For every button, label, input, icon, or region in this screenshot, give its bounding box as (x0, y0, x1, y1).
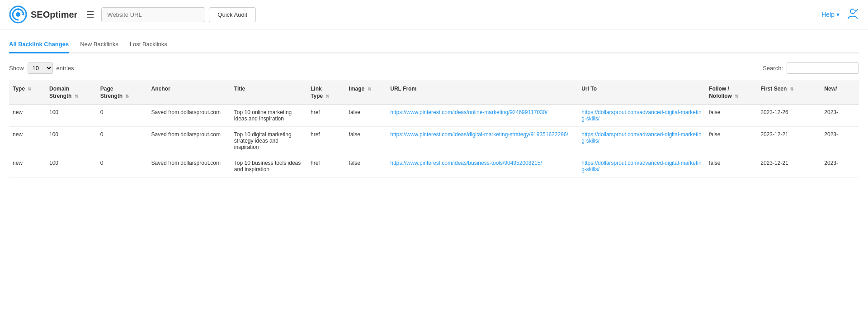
cell-anchor-2: Saved from dollarsprout.com (148, 155, 231, 177)
content: All Backlink Changes New Backlinks Lost … (0, 29, 868, 184)
cell-first-seen-0: 2023-12-26 (757, 105, 821, 127)
url-to-link-0[interactable]: https://dollarsprout.com/advanced-digita… (581, 109, 701, 122)
search-input[interactable] (787, 62, 859, 74)
table-row: new 100 0 Saved from dollarsprout.com To… (9, 155, 859, 177)
table-body: new 100 0 Saved from dollarsprout.com To… (9, 105, 859, 177)
tab-lost-backlinks[interactable]: Lost Backlinks (130, 36, 167, 53)
th-image: Image ⇅ (345, 81, 387, 105)
url-from-link-1[interactable]: https://www.pinterest.com/ideas/digital-… (390, 131, 568, 138)
cell-image-0: false (345, 105, 387, 127)
cell-url-from-1: https://www.pinterest.com/ideas/digital-… (387, 127, 578, 155)
cell-anchor-0: Saved from dollarsprout.com (148, 105, 231, 127)
sort-link-icon[interactable]: ⇅ (326, 94, 329, 99)
cell-first-seen-2: 2023-12-21 (757, 155, 821, 177)
header-right: Help ▾ (821, 7, 859, 22)
th-title: Title (231, 81, 307, 105)
user-icon[interactable] (846, 7, 859, 22)
th-type: Type ⇅ (9, 81, 46, 105)
cell-page-strength-1: 0 (97, 127, 148, 155)
table-header-row: Type ⇅ DomainStrength ⇅ PageStrength ⇅ A… (9, 81, 859, 105)
th-new: New/ (821, 81, 859, 105)
table-row: new 100 0 Saved from dollarsprout.com To… (9, 105, 859, 127)
cell-first-seen-1: 2023-12-21 (757, 127, 821, 155)
cell-follow-0: false (705, 105, 757, 127)
th-domain-strength: DomainStrength ⇅ (46, 81, 97, 105)
th-url-from: URL From (387, 81, 578, 105)
cell-type-2: new (9, 155, 46, 177)
th-link-type: LinkType ⇅ (307, 81, 345, 105)
cell-link-type-0: href (307, 105, 345, 127)
cell-new-0: 2023- (821, 105, 859, 127)
sort-domain-icon[interactable]: ⇅ (75, 94, 78, 99)
th-url-to: Url To (578, 81, 705, 105)
help-arrow-icon: ▾ (836, 11, 840, 18)
cell-type-0: new (9, 105, 46, 127)
logo-text: SEOptimer (31, 10, 77, 20)
cell-image-2: false (345, 155, 387, 177)
cell-page-strength-2: 0 (97, 155, 148, 177)
cell-anchor-1: Saved from dollarsprout.com (148, 127, 231, 155)
logo-icon (9, 5, 27, 24)
th-first-seen: First Seen ⇅ (757, 81, 821, 105)
svg-point-3 (854, 8, 858, 13)
sort-type-icon[interactable]: ⇅ (28, 86, 31, 91)
th-page-strength: PageStrength ⇅ (97, 81, 148, 105)
search-label: Search: (763, 65, 783, 72)
help-button[interactable]: Help ▾ (821, 11, 840, 18)
cell-title-1: Top 10 digital marketing strategy ideas … (231, 127, 307, 155)
cell-url-to-1: https://dollarsprout.com/advanced-digita… (578, 127, 705, 155)
url-to-link-1[interactable]: https://dollarsprout.com/advanced-digita… (581, 131, 701, 144)
cell-domain-strength-0: 100 (46, 105, 97, 127)
url-to-link-2[interactable]: https://dollarsprout.com/advanced-digita… (581, 160, 701, 173)
cell-url-to-0: https://dollarsprout.com/advanced-digita… (578, 105, 705, 127)
cell-new-2: 2023- (821, 155, 859, 177)
help-label: Help (821, 11, 835, 18)
search-area: Search: (763, 62, 859, 74)
cell-domain-strength-2: 100 (46, 155, 97, 177)
sort-image-icon[interactable]: ⇅ (368, 86, 371, 91)
sort-first-seen-icon[interactable]: ⇅ (790, 86, 793, 91)
show-entries-bar: Show 10 25 50 100 entries Search: (9, 62, 859, 74)
tabs: All Backlink Changes New Backlinks Lost … (9, 36, 859, 53)
entries-select[interactable]: 10 25 50 100 (28, 62, 53, 74)
sort-follow-icon[interactable]: ⇅ (735, 94, 738, 99)
cell-link-type-1: href (307, 127, 345, 155)
cell-title-0: Top 10 online marketing ideas and inspir… (231, 105, 307, 127)
show-label: Show (9, 65, 24, 72)
sort-page-icon[interactable]: ⇅ (125, 94, 129, 99)
cell-url-from-0: https://www.pinterest.com/ideas/online-m… (387, 105, 578, 127)
cell-follow-1: false (705, 127, 757, 155)
logo-area: SEOptimer (9, 5, 77, 24)
cell-page-strength-0: 0 (97, 105, 148, 127)
cell-new-1: 2023- (821, 127, 859, 155)
hamburger-menu-icon[interactable]: ☰ (86, 9, 94, 20)
th-follow-nofollow: Follow /Nofollow ⇅ (705, 81, 757, 105)
cell-domain-strength-1: 100 (46, 127, 97, 155)
website-url-input[interactable] (101, 7, 205, 22)
url-from-link-0[interactable]: https://www.pinterest.com/ideas/online-m… (390, 109, 547, 115)
th-anchor: Anchor (148, 81, 231, 105)
cell-type-1: new (9, 127, 46, 155)
svg-point-1 (16, 12, 20, 17)
tab-new-backlinks[interactable]: New Backlinks (80, 36, 118, 53)
header: SEOptimer ☰ Quick Audit Help ▾ (0, 0, 868, 29)
backlinks-table: Type ⇅ DomainStrength ⇅ PageStrength ⇅ A… (9, 81, 859, 177)
cell-follow-2: false (705, 155, 757, 177)
show-entries-left: Show 10 25 50 100 entries (9, 62, 74, 74)
table-row: new 100 0 Saved from dollarsprout.com To… (9, 127, 859, 155)
cell-title-2: Top 10 business tools ideas and inspirat… (231, 155, 307, 177)
entries-label: entries (57, 65, 74, 72)
quick-audit-button[interactable]: Quick Audit (209, 7, 256, 22)
tab-all-backlink-changes[interactable]: All Backlink Changes (9, 36, 69, 53)
cell-url-to-2: https://dollarsprout.com/advanced-digita… (578, 155, 705, 177)
cell-url-from-2: https://www.pinterest.com/ideas/business… (387, 155, 578, 177)
cell-link-type-2: href (307, 155, 345, 177)
url-from-link-2[interactable]: https://www.pinterest.com/ideas/business… (390, 160, 542, 166)
cell-image-1: false (345, 127, 387, 155)
